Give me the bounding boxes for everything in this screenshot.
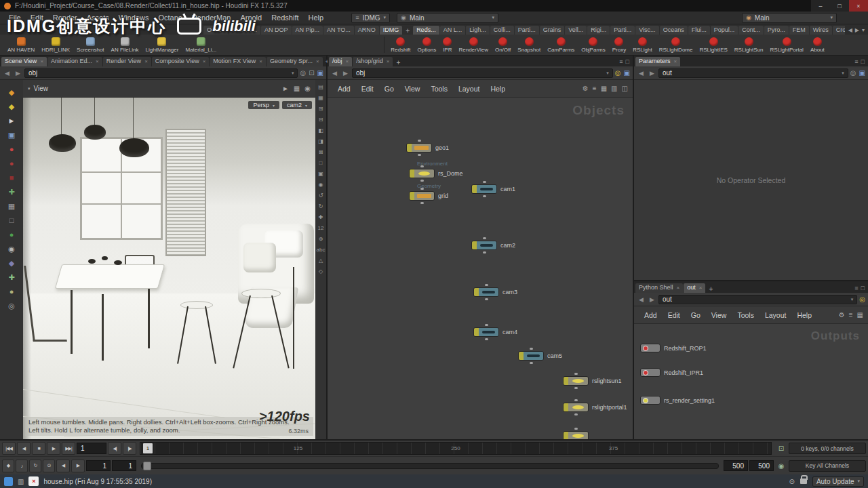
node-output-connector[interactable] [420,202,424,204]
rop-node[interactable]: rs_render_setting1 [640,396,660,405]
node-output-connector[interactable] [574,387,578,389]
shelf-tool-button[interactable]: About [807,37,828,53]
minimize-button[interactable]: – [811,0,830,12]
range-end-field[interactable]: 500 [749,460,774,471]
new-tab-icon[interactable]: + [706,285,715,293]
shelf-tool-button[interactable]: RSLight [629,37,655,53]
status-app-icon[interactable] [4,477,13,486]
node-output-connector[interactable] [574,413,578,415]
node-body[interactable] [409,191,435,201]
wrench-icon[interactable]: ⚙ [583,85,589,92]
maximize-pane-icon[interactable]: □ [861,58,865,65]
outputs-menu-item[interactable]: Layout [760,311,792,319]
shelf-tab[interactable]: Parti... [515,26,539,35]
node-body[interactable] [640,344,660,352]
audio-toggle-button[interactable]: ♪ [16,460,28,472]
stop-button[interactable]: ■ [32,442,45,455]
menu-item[interactable]: Redshift [267,14,303,22]
pane-tab[interactable]: /shop/grid [353,57,393,66]
pane-tab[interactable]: /obj [329,57,352,66]
network-menu-item[interactable]: Tools [425,85,453,93]
viewport-tool-icon[interactable]: ◎ [8,302,15,310]
pane-tab[interactable]: Animation Ed... [47,57,102,66]
shelf-tab[interactable]: Reds... [413,26,439,35]
loop-mode-button[interactable]: ↻ [29,460,41,472]
node-output-connector[interactable] [485,298,488,300]
outputs-path-field[interactable]: out ▾ [658,295,857,304]
shelf-tool-button[interactable]: Snapshot [514,37,544,53]
shelf-tool-button[interactable]: Redshift [387,37,414,53]
follow-pin-icon[interactable]: ◎ [615,69,621,77]
shelf-tab[interactable]: Octa... [203,26,229,35]
pane-tab[interactable]: Python Shell [635,283,683,293]
node-input-connector[interactable] [574,428,578,430]
node-output-connector[interactable] [485,338,488,340]
node-input-connector[interactable] [574,399,578,401]
shelf-tab[interactable]: Cont... [738,26,764,35]
pane-tab[interactable]: Render View [103,57,151,66]
node-body[interactable] [473,287,499,297]
menu-item[interactable]: Help [304,14,329,22]
display-option-icon[interactable]: ⊟ [319,117,323,123]
select-lasso-icon[interactable]: ◉ [304,85,311,92]
range-left-button[interactable]: ◀ [56,460,70,472]
playback-end-field[interactable]: 500 [724,460,748,471]
node-input-connector[interactable] [483,181,486,183]
set-key-button[interactable]: ◆ [2,460,14,472]
outputs-network-canvas[interactable]: Outputs Redshift_ROP1 Redshift_IPR1 rs_r [634,324,868,439]
viewport-tool-icon[interactable]: ✚ [8,273,14,281]
node-input-connector[interactable] [485,324,488,326]
frame-range-slider[interactable] [141,463,719,469]
node-input-connector[interactable] [420,188,424,190]
shelf-tab[interactable]: Crowds [833,26,845,35]
shelf-tool-button[interactable]: Options [414,37,440,53]
auto-update-selector[interactable]: Auto Update ▾ [812,476,864,487]
shelf-tab[interactable]: Grains [540,26,565,35]
shelf-tool-button[interactable]: Screenshot [73,37,107,53]
node-left-flag[interactable] [474,328,479,336]
maximize-button[interactable]: □ [830,0,849,12]
node-body[interactable] [563,431,589,439]
node-body[interactable] [640,368,660,377]
network-node[interactable]: cam1 [471,184,497,194]
viewport-tool-icon[interactable]: ● [9,230,14,239]
look-through-camera-selector[interactable]: cam2 ▾ [282,101,312,109]
network-node[interactable]: geo1 [406,143,432,152]
outputs-menu-item[interactable]: View [706,311,732,319]
menu-item[interactable]: Arnold [235,14,267,22]
follow-pin-icon[interactable]: ◎ [859,296,865,303]
display-option-icon[interactable]: ⊕ [319,236,323,242]
link-icon[interactable]: ▣ [317,69,323,77]
viewport-tool-icon[interactable]: ● [9,287,14,296]
shelf-tab[interactable]: AN L... [440,26,466,35]
range-slider-handle[interactable] [143,462,151,470]
shelf-tab[interactable]: AN DOP [261,26,292,35]
main-desktop-selector[interactable]: ◉ Main ▾ [397,13,498,23]
viewport-tool-icon[interactable]: ✚ [8,188,14,196]
grid-icon[interactable]: ▦ [601,85,607,92]
go-to-end-button[interactable]: ▶▶| [62,442,75,455]
shelf-tab[interactable]: AN TO... [323,26,354,35]
viewport-tool-icon[interactable]: ◉ [8,245,15,253]
realtime-toggle-button[interactable]: ⊙ [43,460,55,472]
previous-keyframe-button[interactable]: ◀| [108,442,121,455]
node-input-connector[interactable] [530,348,533,350]
shelf-tab[interactable]: Render... [229,26,261,35]
display-option-icon[interactable]: ▣ [318,171,323,177]
shelf-tab[interactable]: Ligh... [466,26,490,35]
add-shelf-tab-button[interactable]: + [403,27,412,35]
node-input-connector[interactable] [485,284,488,286]
outputs-menu-item[interactable]: Edit [663,311,686,319]
back-icon[interactable]: ◀ [330,70,339,77]
link-icon[interactable]: ▣ [624,69,630,77]
display-option-icon[interactable]: ◨ [318,138,323,144]
viewport-tool-icon[interactable]: □ [9,216,14,224]
menu-item[interactable]: Render [48,14,82,22]
shelf-menu-icon[interactable]: ▾ [862,27,865,33]
shelf-tool-button[interactable]: RSLightIES [696,37,730,53]
view-mode-caret-icon[interactable]: ▾ [28,86,31,92]
outputs-menu-item[interactable]: Add [639,311,663,319]
shelf-tab[interactable]: ARNO [355,26,379,35]
node-input-connector[interactable] [483,237,486,239]
outputs-menu-item[interactable]: Tools [732,311,760,319]
